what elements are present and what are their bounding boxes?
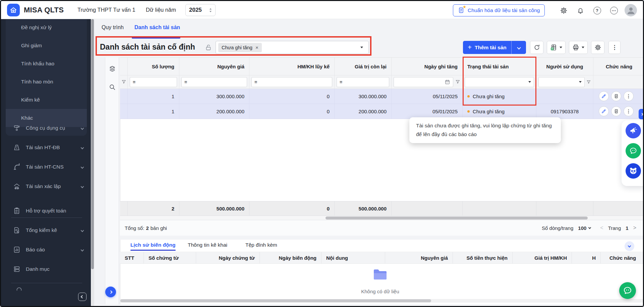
more-actions-button[interactable]: ⋮	[608, 41, 621, 54]
filter-quantity[interactable]: =	[130, 77, 177, 87]
detail-scrollbar-thumb[interactable]	[120, 299, 431, 302]
bcol-so-chung-tu[interactable]: Số chứng từ	[144, 252, 196, 263]
org-name[interactable]: Trường THPT Tư vấn 1	[77, 7, 135, 13]
app-logo[interactable]	[7, 4, 20, 16]
calendar-icon[interactable]	[445, 79, 450, 85]
tab-tep-dinh-kem[interactable]: Tệp đính kèm	[245, 242, 277, 248]
sidebar-item-cong-cu-dung-cu[interactable]: Công cụ dụng cụ	[1, 118, 91, 138]
sidebar-subitem-de-nghi-xu-ly[interactable]: Đề nghị xử lý	[6, 18, 87, 37]
sidebar-scrollbar[interactable]	[91, 19, 94, 306]
sidebar-subitem-kiem-ke[interactable]: Kiểm kê	[6, 91, 87, 109]
export-excel-button[interactable]	[547, 41, 566, 54]
add-asset-button[interactable]: +Thêm tài sản	[463, 41, 526, 54]
table-row[interactable]: 1 300.000.000 0 300.000.000 05/11/2025 C…	[120, 89, 644, 104]
col-remaining[interactable]: Giá trị còn lại	[335, 58, 392, 75]
filter-remaining[interactable]: =	[337, 77, 389, 87]
bcol-gia-tri-hmkh[interactable]: Giá trị HM/KH	[513, 252, 572, 263]
sidebar-item-tai-san-xac-lap[interactable]: Tài sản xác lập	[1, 177, 91, 196]
search-icon[interactable]	[109, 83, 116, 91]
notifications-bell-icon[interactable]	[576, 6, 584, 14]
equals-operator[interactable]: =	[340, 79, 342, 85]
page-number[interactable]: 1	[626, 225, 628, 231]
horizontal-scrollbar[interactable]	[120, 216, 644, 220]
bcol-nguyen-gia[interactable]: Nguyên giá	[385, 252, 453, 263]
stepper-down-icon[interactable]	[210, 11, 212, 12]
user-avatar[interactable]	[625, 4, 637, 16]
filter-status[interactable]	[465, 77, 534, 87]
horizontal-scrollbar-thumb[interactable]	[326, 217, 588, 220]
equals-operator[interactable]: =	[133, 79, 135, 85]
col-status[interactable]: Trạng thái tài sản	[463, 58, 536, 75]
funnel-icon[interactable]	[586, 80, 591, 84]
bcol-clipped[interactable]: H	[572, 252, 601, 263]
right-edge-expand-tab[interactable]	[639, 109, 644, 119]
row-more-button[interactable]: ⋮	[624, 91, 634, 101]
funnel-icon[interactable]	[121, 79, 126, 84]
bcol-ngay-chung-tu[interactable]: Ngày chứng từ	[196, 252, 260, 263]
print-button[interactable]	[569, 41, 588, 54]
refresh-button[interactable]	[530, 41, 543, 54]
support-chat-button[interactable]	[626, 143, 641, 159]
sidebar-item-tong-kiem-ke[interactable]: Tổng kiểm kê	[1, 221, 91, 240]
bcol-ngay-bien-dong[interactable]: Ngày biến động	[260, 252, 321, 263]
col-accum[interactable]: HM/KH lũy kế	[249, 58, 335, 75]
edit-button[interactable]	[599, 91, 609, 101]
detail-horizontal-scrollbar[interactable]	[120, 299, 644, 303]
col-record-date[interactable]: Ngày ghi tăng	[392, 58, 463, 75]
funnel-icon[interactable]	[455, 79, 460, 84]
equals-operator[interactable]: =	[254, 79, 257, 85]
col-quantity[interactable]: Số lượng	[128, 58, 179, 75]
tab-thong-tin-ke-khai[interactable]: Thông tin kê khai	[188, 242, 227, 248]
equals-operator[interactable]: =	[184, 79, 187, 85]
sidebar-subitem-tinh-khau-hao[interactable]: Tính khấu hao	[6, 55, 87, 73]
settings-icon[interactable]	[560, 6, 568, 14]
tab-lich-su-bien-dong[interactable]: Lịch sử biến động	[130, 242, 175, 248]
sidebar-scrollbar-thumb[interactable]	[91, 19, 94, 269]
filter-user[interactable]	[538, 77, 585, 87]
sidebar-item-tai-san-ht-cns[interactable]: Tài sản HT-CNS	[1, 157, 91, 177]
prev-page-button[interactable]: <	[600, 225, 603, 231]
year-selector[interactable]: 2025	[185, 4, 216, 16]
filter-chip[interactable]: Chưa ghi tăng ×	[218, 43, 262, 52]
filter-record-date[interactable]	[394, 77, 453, 87]
next-page-button[interactable]: >	[633, 225, 636, 231]
assistant-bot-button[interactable]	[626, 163, 641, 179]
filter-original-price[interactable]: =	[181, 77, 247, 87]
help-icon[interactable]: ?	[593, 6, 601, 14]
add-asset-main[interactable]: +Thêm tài sản	[463, 41, 512, 54]
more-options-icon[interactable]: ⋯	[610, 6, 618, 14]
col-original-price[interactable]: Nguyên giá	[179, 58, 249, 75]
collapse-detail-panel-button[interactable]	[625, 241, 634, 251]
duplicate-button[interactable]	[611, 91, 621, 101]
filter-accum[interactable]: =	[251, 77, 332, 87]
table-settings-button[interactable]	[591, 41, 604, 54]
chip-close-icon[interactable]: ×	[255, 45, 258, 50]
edit-button[interactable]	[599, 106, 609, 116]
layers-icon[interactable]	[109, 65, 116, 73]
add-asset-dropdown[interactable]	[512, 41, 526, 54]
rows-per-page-select[interactable]: 100	[578, 225, 591, 231]
bcol-so-tien-thuc-hien[interactable]: Số tiền thực hiện	[453, 252, 513, 263]
chat-widget-button[interactable]	[619, 282, 636, 299]
sidebar-item-danh-muc[interactable]: Danh mục	[1, 259, 91, 279]
sidebar-collapse-button[interactable]	[78, 293, 86, 301]
standardize-button[interactable]: ★ Chuẩn hóa dữ liệu tài sản công	[453, 4, 545, 16]
sidebar-subitem-ghi-giam[interactable]: Ghi giảm	[6, 37, 87, 55]
status-filter-dropdown[interactable]: Chưa ghi tăng ×	[216, 41, 369, 54]
tab-danh-sach-tai-san[interactable]: Danh sách tài sản	[134, 24, 180, 30]
table-row[interactable]: 1 200.000.000 0 200.000.000 05/01/2025 C…	[120, 104, 644, 119]
sidebar-subitem-tinh-hao-mon[interactable]: Tính hao mòn	[6, 73, 87, 91]
expand-panel-button[interactable]	[105, 287, 116, 297]
sidebar-item-ho-tro-quyet-toan[interactable]: Hỗ trợ quyết toán	[1, 201, 91, 221]
sidebar-item-bao-cao[interactable]: Báo cáo	[1, 240, 91, 259]
col-user[interactable]: Người sử dụng	[536, 58, 593, 75]
stepper-up-icon[interactable]	[210, 8, 212, 9]
row-more-button[interactable]: ⋮	[624, 106, 634, 116]
bcol-stt[interactable]: STT	[120, 252, 144, 263]
unlock-icon[interactable]	[205, 44, 212, 51]
tab-quy-trinh[interactable]: Quy trình	[102, 24, 124, 30]
announcements-button[interactable]	[626, 123, 641, 138]
year-stepper[interactable]	[209, 8, 212, 12]
sidebar-item-tai-san-ht-db[interactable]: Tài sản HT-ĐB	[1, 138, 91, 157]
bcol-noi-dung[interactable]: Nội dung	[321, 252, 385, 263]
